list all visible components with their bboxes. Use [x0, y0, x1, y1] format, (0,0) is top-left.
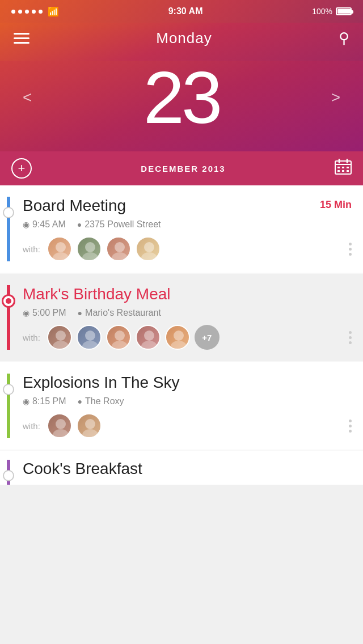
event-content: Board Meeting 15 Min ◉ 9:45 AM ● 2375 Po… — [17, 197, 352, 261]
reminder-badge: 15 Min — [320, 197, 352, 211]
timeline-wrapper — [0, 197, 17, 261]
avatar — [77, 325, 102, 350]
event-meta: ◉ 5:00 PM ● Mario's Restaurant — [23, 308, 352, 318]
location-icon: ● — [78, 397, 82, 406]
battery-icon — [336, 7, 352, 15]
svg-point-29 — [53, 429, 69, 438]
svg-point-14 — [115, 242, 125, 252]
status-right: 100% — [312, 7, 352, 16]
svg-point-17 — [141, 252, 157, 261]
event-board-meeting[interactable]: Board Meeting 15 Min ◉ 9:45 AM ● 2375 Po… — [0, 185, 363, 273]
svg-point-28 — [56, 419, 66, 429]
svg-point-30 — [85, 419, 95, 429]
svg-point-24 — [144, 331, 154, 341]
date-display: < 23 > — [0, 61, 363, 151]
month-bar: + DECEMBER 2013 — [0, 151, 363, 185]
event-content: Cook's Breakfast — [17, 460, 352, 485]
svg-point-26 — [174, 331, 184, 341]
header: Monday ⚲ — [0, 23, 363, 61]
timeline-dot — [3, 470, 14, 481]
search-icon[interactable]: ⚲ — [339, 29, 349, 47]
svg-point-25 — [141, 341, 157, 350]
more-attendees-count: +7 — [195, 325, 220, 350]
menu-line-3 — [14, 42, 29, 44]
avatar — [77, 413, 102, 438]
svg-rect-8 — [342, 170, 344, 172]
event-content: Mark's Birthday Meal ◉ 5:00 PM ● Mario's… — [17, 285, 352, 350]
location-icon: ● — [78, 308, 82, 317]
svg-point-11 — [53, 252, 69, 261]
avatar — [136, 325, 161, 350]
more-options-button[interactable] — [343, 243, 352, 256]
clock-icon: ◉ — [23, 397, 29, 406]
signal-dot-2 — [18, 10, 22, 14]
svg-rect-7 — [337, 170, 340, 172]
event-meta: ◉ 9:45 AM ● 2375 Powell Street — [23, 219, 352, 230]
next-day-button[interactable]: > — [326, 83, 346, 112]
location-icon: ● — [77, 220, 82, 229]
svg-point-20 — [85, 331, 95, 341]
clock-icon: ◉ — [23, 220, 29, 229]
svg-point-19 — [53, 341, 69, 350]
avatar — [47, 236, 72, 261]
status-bar: 📶 9:30 AM 100% — [0, 0, 363, 23]
avatar — [47, 413, 72, 438]
event-location: ● Mario's Restaurant — [78, 308, 161, 318]
timeline-wrapper — [0, 374, 17, 438]
avatar — [106, 236, 131, 261]
event-birthday-meal[interactable]: Mark's Birthday Meal ◉ 5:00 PM ● Mario's… — [0, 274, 363, 361]
avatar — [165, 325, 190, 350]
more-options-button[interactable] — [343, 331, 352, 344]
signal-dot-4 — [32, 10, 36, 14]
header-title: Monday — [156, 29, 212, 47]
event-title: Cook's Breakfast — [23, 460, 142, 477]
event-title: Board Meeting — [23, 197, 126, 215]
event-attendees: with: +7 — [23, 325, 220, 350]
event-title: Explosions In The Sky — [23, 374, 180, 392]
avatar — [106, 325, 131, 350]
avatar — [77, 236, 102, 261]
svg-point-27 — [171, 341, 187, 350]
timeline-dot-active — [2, 294, 15, 308]
menu-button[interactable] — [14, 33, 29, 44]
battery-percent: 100% — [312, 7, 332, 16]
clock-icon: ◉ — [23, 308, 29, 317]
events-list: Board Meeting 15 Min ◉ 9:45 AM ● 2375 Po… — [0, 185, 363, 485]
signal-dot-5 — [39, 10, 43, 14]
event-meta: ◉ 8:15 PM ● The Roxy — [23, 396, 352, 406]
avatar — [136, 236, 161, 261]
event-explosions[interactable]: Explosions In The Sky ◉ 8:15 PM ● The Ro… — [0, 362, 363, 450]
status-left: 📶 — [11, 6, 59, 17]
svg-point-23 — [112, 341, 128, 350]
svg-point-21 — [82, 341, 98, 350]
event-title: Mark's Birthday Meal — [23, 285, 171, 303]
menu-line-2 — [14, 37, 29, 39]
more-options-button[interactable] — [343, 420, 352, 433]
svg-rect-9 — [347, 170, 349, 172]
wifi-icon: 📶 — [48, 6, 59, 17]
svg-rect-5 — [342, 167, 344, 168]
calendar-view-button[interactable] — [335, 159, 352, 178]
event-location: ● 2375 Powell Street — [77, 219, 161, 230]
svg-point-22 — [115, 331, 125, 341]
event-cooks-breakfast-partial[interactable]: Cook's Breakfast — [0, 451, 363, 485]
event-attendees: with: — [23, 413, 102, 438]
event-time: ◉ 9:45 AM — [23, 219, 66, 230]
add-event-button[interactable]: + — [11, 158, 32, 179]
prev-day-button[interactable]: < — [17, 83, 37, 112]
svg-point-13 — [82, 252, 98, 261]
timeline-wrapper — [0, 285, 17, 350]
signal-dot-3 — [25, 10, 29, 14]
status-time: 9:30 AM — [168, 6, 203, 16]
avatar — [47, 325, 72, 350]
svg-point-18 — [56, 331, 66, 341]
date-number: 23 — [37, 61, 325, 134]
event-attendees: with: — [23, 236, 161, 261]
timeline-wrapper — [0, 460, 17, 485]
svg-point-31 — [82, 429, 98, 438]
event-location: ● The Roxy — [78, 396, 124, 406]
svg-rect-6 — [347, 167, 349, 168]
event-time: ◉ 8:15 PM — [23, 396, 66, 406]
svg-point-15 — [112, 252, 128, 261]
timeline-dot — [3, 207, 14, 218]
